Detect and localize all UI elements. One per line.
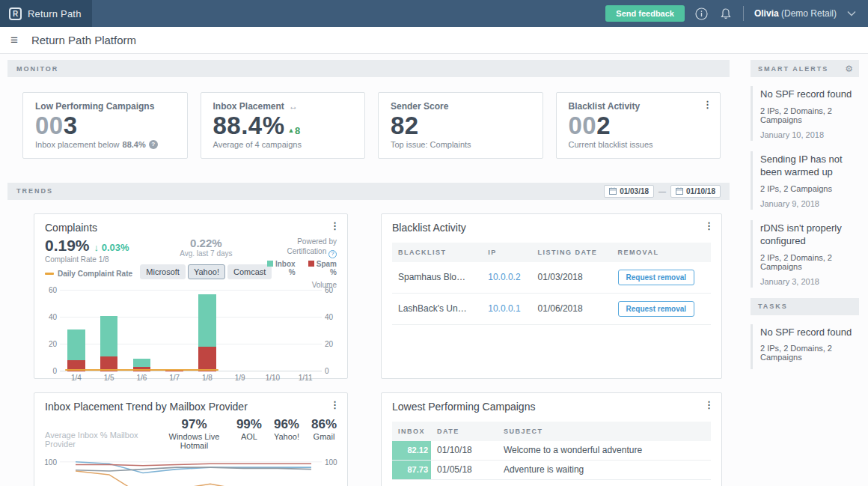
request-removal-button[interactable]: Request removal <box>618 301 695 317</box>
placement-plot <box>60 455 322 486</box>
calendar-icon <box>676 187 683 195</box>
help-question-icon[interactable]: ? <box>149 140 158 149</box>
request-removal-button[interactable]: Request removal <box>618 270 695 285</box>
certification-help-icon[interactable]: ? <box>328 250 337 258</box>
trends-section-label: TRENDS <box>16 187 53 195</box>
metric-card-low-performing[interactable]: Low Performing Campaigns 003 Inbox place… <box>22 92 188 159</box>
brand[interactable]: R Return Path <box>0 0 92 27</box>
table-row[interactable]: 82.12 01/10/18 Welcome to a wonderful ad… <box>392 441 711 461</box>
ip-link[interactable]: 10.0.0.2 <box>488 272 520 282</box>
bar-column <box>257 291 290 371</box>
x-axis-label: 1/4 <box>60 374 93 382</box>
metric-title: Low Performing Campaigns <box>35 101 175 112</box>
listing-date: 01/06/2018 <box>532 293 612 324</box>
complaint-rate-value: 0.19% <box>45 237 90 255</box>
metric-subtitle: Average of 4 campaigns <box>213 140 353 149</box>
campaign-date: 01/10/18 <box>431 441 498 461</box>
calendar-icon <box>609 187 617 195</box>
metric-subtitle: Inbox placement below 88.4% ? <box>35 140 175 149</box>
tasks-list: No SPF record found 2 IPs, 2 Domains, 2 … <box>751 324 859 370</box>
powered-by-certification: Powered by Certification ? <box>260 237 337 258</box>
table-row: LashBack's Un… 10.0.0.1 01/06/2018 Reque… <box>392 293 711 324</box>
send-feedback-button[interactable]: Send feedback <box>605 5 685 22</box>
bar-column <box>93 291 126 371</box>
gear-icon[interactable]: ⚙ <box>845 64 853 74</box>
col-header: SUBJECT <box>498 422 711 441</box>
blacklist-name: LashBack's Un… <box>392 293 482 324</box>
tasks-label: TASKS <box>758 303 788 310</box>
x-axis-label: 1/5 <box>93 374 126 382</box>
metric-card-inbox-placement[interactable]: Inbox Placement ↔ 88.4%▲8 Average of 4 c… <box>201 92 366 159</box>
alert-item[interactable]: Sending IP has not been warmed up 2 IPs,… <box>751 151 859 210</box>
x-axis-label: 1/10 <box>257 374 290 382</box>
provider-stats: 97% Windows Live Hotmail 99% AOL 96% Yah… <box>164 417 337 450</box>
provider-filter-group: Microsoft Yahoo! Comcast <box>152 264 260 279</box>
placement-y-axis-left: 1008060 <box>40 455 60 486</box>
blacklist-table: BLACKLIST IP LISTING DATE REMOVAL Spamha… <box>392 243 711 325</box>
blacklist-name: Spamhaus Blo… <box>392 262 482 294</box>
date-to-input[interactable]: 01/10/18 <box>670 185 721 198</box>
date-from-input[interactable]: 01/03/18 <box>604 185 654 198</box>
complaints-bars <box>60 291 322 371</box>
x-axis-label: 1/9 <box>224 374 257 382</box>
kebab-menu-icon[interactable]: ⋮ <box>704 220 714 231</box>
metric-title: Sender Score <box>391 101 531 112</box>
bar-column <box>289 291 322 371</box>
metric-subtitle: Current blacklist issues <box>569 140 709 149</box>
brand-name: Return Path <box>28 8 82 19</box>
alert-item[interactable]: No SPF record found 2 IPs, 2 Domains, 2 … <box>751 86 859 141</box>
metric-subtitle: Top issue: Complaints <box>391 140 531 149</box>
complaints-title: Complaints <box>34 214 347 237</box>
x-axis-label: 1/11 <box>289 374 322 382</box>
page-title: Return Path Platform <box>31 34 136 46</box>
monitor-section-label: MONITOR <box>16 65 58 73</box>
stat-windows-live-hotmail: 97% Windows Live Hotmail <box>164 417 224 450</box>
complaints-plot <box>60 291 322 371</box>
complaint-rate-delta: ↓ 0.03% <box>94 242 129 253</box>
kebab-menu-icon[interactable]: ⋮ <box>330 399 340 410</box>
smart-alerts-label: SMART ALERTS <box>758 65 828 73</box>
spam-swatch-icon <box>308 261 314 267</box>
blacklist-title: Blacklist Activity <box>382 214 721 237</box>
chevron-down-icon[interactable] <box>847 9 856 18</box>
x-axis-label: 1/6 <box>126 374 159 382</box>
campaign-subject: Adventure is waiting <box>498 460 711 479</box>
col-header: DATE <box>431 422 498 441</box>
hamburger-menu-icon[interactable]: ≡ <box>10 34 18 46</box>
right-sidebar: SMART ALERTS ⚙ No SPF record found 2 IPs… <box>737 54 868 486</box>
kebab-menu-icon[interactable]: ⋮ <box>330 220 340 231</box>
return-path-logo-icon: R <box>9 7 22 20</box>
task-item[interactable]: No SPF record found 2 IPs, 2 Domains, 2 … <box>751 324 859 370</box>
placement-line-svg <box>60 455 322 486</box>
provider-button-microsoft[interactable]: Microsoft <box>140 264 186 279</box>
inbox-score-badge: 87.73 <box>392 461 431 479</box>
stat-aol: 99% AOL <box>236 417 262 450</box>
user-menu[interactable]: Olivia (Demo Retail) <box>754 8 837 19</box>
x-axis-label: 1/7 <box>158 374 191 382</box>
placement-axis-label: Average Inbox % Mailbox Provider <box>45 431 164 449</box>
metric-card-blacklist-activity[interactable]: ⋮ Blacklist Activity 002 Current blackli… <box>556 92 721 159</box>
daily-complaint-rate-line <box>65 369 218 371</box>
ip-link[interactable]: 10.0.0.1 <box>488 303 520 314</box>
avg-rate-label: Avg. last 7 days <box>152 249 260 258</box>
alert-item[interactable]: rDNS isn't properly configured 2 IPs, 2 … <box>751 220 859 288</box>
kebab-menu-icon[interactable]: ⋮ <box>704 399 714 410</box>
col-header: LISTING DATE <box>532 243 612 262</box>
chart-legend: Inbox % Spam % <box>260 260 337 276</box>
table-row: Spamhaus Blo… 10.0.0.2 01/03/2018 Reques… <box>392 262 711 294</box>
kebab-menu-icon[interactable]: ⋮ <box>703 99 712 110</box>
metric-value: 88.4%▲8 <box>213 112 353 140</box>
avg-rate-value: 0.22% <box>152 237 260 249</box>
complaints-panel: ⋮ Complaints 0.19% ↓ 0.03% Complaint Rat… <box>34 213 348 379</box>
placement-trend-title: Inbox Placement Trend by Mailbox Provide… <box>34 393 347 416</box>
col-header: REMOVAL <box>612 243 711 262</box>
notifications-bell-icon[interactable] <box>719 7 733 20</box>
table-row[interactable]: 87.73 01/05/18 Adventure is waiting <box>392 460 711 479</box>
metric-card-sender-score[interactable]: Sender Score 82 Top issue: Complaints <box>378 92 543 159</box>
info-icon[interactable] <box>695 7 709 20</box>
campaign-date: 01/05/18 <box>431 460 498 479</box>
provider-button-yahoo[interactable]: Yahoo! <box>188 264 225 279</box>
complaint-rate-label: Complaint Rate 1/8 <box>45 255 152 264</box>
trend-line-gmail <box>76 471 311 486</box>
bar-column <box>158 291 191 371</box>
